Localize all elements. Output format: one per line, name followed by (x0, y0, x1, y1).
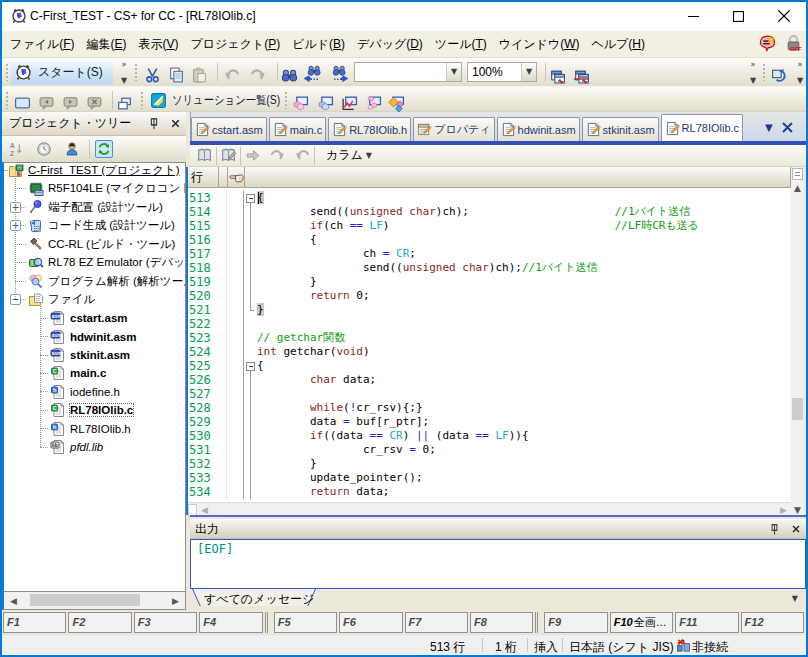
fkey-f8[interactable]: F8 (470, 612, 533, 633)
fkey-f10[interactable]: F10全画… (610, 612, 673, 633)
sort-az-icon[interactable] (9, 141, 24, 157)
sync-with-editor-button[interactable] (95, 140, 113, 158)
fkey-f11[interactable]: F11 (675, 612, 738, 633)
forward-note-icon[interactable] (62, 92, 79, 114)
editor-tab-rl78iolib-c[interactable]: RL78IOlib.c (661, 114, 743, 141)
code-line-526[interactable]: 526 char data; (188, 373, 791, 387)
scroll-down-icon[interactable]: ▼ (794, 505, 801, 515)
update-view-icon[interactable] (770, 64, 787, 86)
tree-item-main-c[interactable]: main.c (4, 364, 106, 383)
cascade-windows-icon[interactable] (116, 92, 133, 114)
toolbar-grip[interactable] (140, 91, 144, 109)
editor-tab-stkinit-asm[interactable]: stkinit.asm (582, 117, 659, 141)
code-line-515[interactable]: 515 if(ch == LF) //LF時CRも送る (188, 219, 791, 233)
notification-balloon-icon[interactable] (759, 35, 776, 52)
code-line-521[interactable]: 521} (188, 303, 791, 317)
fkey-f5[interactable]: F5 (274, 612, 337, 633)
tree-item-rl78iolib-h[interactable]: RL78IOlib.h (4, 419, 131, 438)
solution-list-button[interactable]: ソリューション一覧(S) (148, 89, 304, 111)
find-previous-icon[interactable] (304, 63, 323, 82)
project-tree-hscrollbar[interactable]: ◀ ▶ (2, 592, 186, 610)
delete-note-icon[interactable] (86, 92, 103, 114)
zoom-combobox-dropdown[interactable]: ▼ (521, 63, 536, 81)
toolbar-grip[interactable] (5, 63, 9, 81)
menu-t[interactable]: ツール(T) (429, 32, 493, 57)
pin-window-icon[interactable] (549, 64, 566, 86)
jump-icon[interactable] (244, 147, 261, 164)
tree-item-[interactable]: コード生成 (設計ツール) (4, 216, 175, 235)
fkey-f1[interactable]: F1 (3, 612, 66, 633)
find-icon[interactable] (281, 64, 298, 86)
code-line-519[interactable]: 519 } (188, 275, 791, 289)
tree-item-r5f104le[interactable]: R5F104LE (マイクロコントロー (4, 179, 186, 198)
mixed-display-icon[interactable] (196, 147, 213, 164)
toolbar-overflow-chevron[interactable]: »▼ (794, 61, 806, 85)
menu-f[interactable]: ファイル(F) (4, 32, 80, 57)
editor-tab--[interactable]: プロパティ (413, 117, 494, 141)
hscroll-thumb[interactable] (30, 594, 140, 606)
code-line-529[interactable]: 529 data = buf[r_ptr]; (188, 415, 791, 429)
search-combobox-dropdown[interactable]: ▼ (446, 63, 461, 81)
toolbar-overflow-chevron[interactable]: »▼ (118, 61, 130, 85)
fold-margin[interactable] (244, 191, 257, 205)
code-line-516[interactable]: 516 { (188, 233, 791, 247)
tree-item-pfdl-lib[interactable]: pfdl.lib (4, 438, 103, 457)
bookmark-column-header[interactable] (228, 167, 245, 188)
toolbar-overflow-chevron[interactable]: »▼ (747, 61, 759, 85)
tab-list-dropdown-icon[interactable]: ▼ (765, 123, 773, 133)
zoom-combobox-value[interactable]: 100% (468, 65, 521, 79)
fold-margin[interactable] (244, 359, 257, 373)
scroll-left-icon[interactable]: ◀ (201, 505, 208, 515)
editor-tab-rl78iolib-h[interactable]: RL78IOlib.h (328, 117, 411, 141)
editor-undo-icon[interactable] (294, 147, 311, 164)
code-line-513[interactable]: 513{ (188, 191, 791, 205)
editor-tab-cstart-asm[interactable]: cstart.asm (191, 117, 267, 141)
panel-close-icon[interactable] (169, 117, 182, 130)
code-column-header[interactable] (245, 167, 791, 188)
editor-vscrollbar[interactable]: ▲ ▼ (791, 167, 804, 517)
fkey-f12[interactable]: F12 (741, 612, 804, 633)
code-line-527[interactable]: 527 (188, 387, 791, 401)
tree-item-rl78iolib-c[interactable]: RL78IOlib.c (4, 401, 133, 420)
toolbar-grip[interactable] (284, 91, 288, 109)
editor-redo-icon[interactable] (269, 147, 286, 164)
analysis-coverage-icon[interactable] (388, 92, 405, 114)
find-next-icon[interactable] (329, 63, 348, 82)
undo-icon[interactable] (223, 64, 241, 86)
output-tab-all-messages[interactable]: すべてのメッセージ (204, 591, 314, 608)
output-tab-overflow-icon[interactable]: ▼ (792, 595, 798, 603)
paste-icon[interactable] (191, 64, 208, 86)
tree-item-cstart-asm[interactable]: cstart.asm (4, 309, 128, 328)
back-note-icon[interactable] (38, 92, 55, 114)
analysis-scatter-icon[interactable] (365, 92, 382, 114)
code-line-530[interactable]: 530 if((data == CR) || (data == LF)){ (188, 429, 791, 443)
scroll-up-icon[interactable]: ▲ (794, 183, 801, 193)
fold-collapse-icon[interactable] (246, 362, 255, 371)
line-number-column-header[interactable]: 行 (188, 167, 219, 188)
menu-w[interactable]: ウインドウ(W) (493, 32, 586, 57)
scroll-right-icon[interactable]: ▶ (780, 505, 787, 515)
tree-item-c-first-test[interactable]: C-First_TEST (プロジェクト) (4, 162, 180, 180)
zoom-combobox[interactable]: 100% ▼ (467, 62, 537, 82)
code-line-517[interactable]: 517 ch = CR; (188, 247, 791, 261)
toolbar-grip[interactable] (762, 63, 766, 81)
code-line-520[interactable]: 520 return 0; (188, 289, 791, 303)
tree-item-[interactable]: 端子配置 (設計ツール) (4, 198, 163, 217)
user-category-icon[interactable] (64, 141, 80, 157)
tree-item-cc-rl[interactable]: CC-RL (ビルド・ツール) (4, 235, 175, 254)
code-line-532[interactable]: 532 } (188, 457, 791, 471)
output-content[interactable]: [EOF] (190, 539, 806, 589)
fkey-f4[interactable]: F4 (199, 612, 262, 633)
fkey-f7[interactable]: F7 (405, 612, 468, 633)
editor-tab-hdwinit-asm[interactable]: hdwinit.asm (497, 117, 580, 141)
fold-collapse-icon[interactable] (246, 194, 255, 203)
toolbar-grip[interactable] (134, 63, 138, 81)
code-line-518[interactable]: 518 send((unsigned char)ch);//1バイト送信 (188, 261, 791, 275)
vscroll-thumb[interactable] (792, 398, 803, 420)
analysis-var-list-icon[interactable] (317, 92, 334, 114)
tree-item-hdwinit-asm[interactable]: hdwinit.asm (4, 327, 136, 346)
menu-d[interactable]: デバッグ(D) (351, 32, 429, 57)
panel-close-icon[interactable] (790, 523, 802, 535)
code-line-523[interactable]: 523// getchar関数 (188, 331, 791, 345)
code-line-533[interactable]: 533 update_pointer(); (188, 471, 791, 485)
